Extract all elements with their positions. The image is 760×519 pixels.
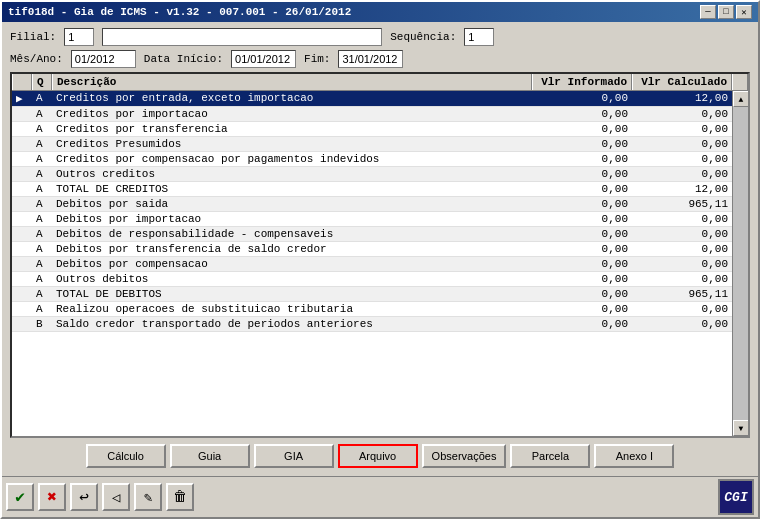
minimize-button[interactable]: ─ bbox=[700, 5, 716, 19]
left-button[interactable]: ◁ bbox=[102, 483, 130, 511]
fim-input[interactable] bbox=[338, 50, 403, 68]
title-bar: tif018d - Gia de ICMS - v1.32 - 007.001 … bbox=[2, 2, 758, 22]
table-row[interactable]: A Debitos por compensacao 0,00 0,00 bbox=[12, 257, 732, 272]
table-row[interactable]: A Creditos por importacao 0,00 0,00 bbox=[12, 107, 732, 122]
observacoes-button[interactable]: Observações bbox=[422, 444, 507, 468]
table-row[interactable]: A TOTAL DE DEBITOS 0,00 965,11 bbox=[12, 287, 732, 302]
delete-icon: 🗑 bbox=[173, 489, 187, 505]
col-header-descricao: Descrição bbox=[52, 74, 532, 90]
data-inicio-input[interactable] bbox=[231, 50, 296, 68]
parcela-button[interactable]: Parcela bbox=[510, 444, 590, 468]
table-row[interactable]: B Saldo credor transportado de periodos … bbox=[12, 317, 732, 332]
toolbar-left: ✔ ✖ ↩ ◁ ✎ 🗑 bbox=[6, 483, 194, 511]
undo-button[interactable]: ↩ bbox=[70, 483, 98, 511]
row-descricao: Creditos por entrada, exceto importacao bbox=[52, 91, 532, 106]
left-icon: ◁ bbox=[112, 489, 120, 506]
sequencia-label: Sequência: bbox=[390, 31, 456, 43]
title-bar-buttons: ─ □ ✕ bbox=[700, 5, 752, 19]
close-button[interactable]: ✕ bbox=[736, 5, 752, 19]
scroll-down-button[interactable]: ▼ bbox=[733, 420, 748, 436]
form-row-2: Mês/Ano: Data Início: Fim: bbox=[10, 50, 750, 68]
filial-name-input[interactable] bbox=[102, 28, 382, 46]
undo-icon: ↩ bbox=[79, 487, 89, 507]
cgi-button[interactable]: CGI bbox=[718, 479, 754, 515]
table-row[interactable]: A Creditos por transferencia 0,00 0,00 bbox=[12, 122, 732, 137]
guia-button[interactable]: Guia bbox=[170, 444, 250, 468]
table-row[interactable]: A Creditos por compensacao por pagamento… bbox=[12, 152, 732, 167]
table-row[interactable]: A Debitos por transferencia de saldo cre… bbox=[12, 242, 732, 257]
table-row[interactable]: A Debitos de responsabilidade - compensa… bbox=[12, 227, 732, 242]
row-q: A bbox=[32, 91, 52, 106]
x-button[interactable]: ✖ bbox=[38, 483, 66, 511]
filial-label: Filial: bbox=[10, 31, 56, 43]
anexo1-button[interactable]: Anexo I bbox=[594, 444, 674, 468]
table-row[interactable]: A Realizou operacoes de substituicao tri… bbox=[12, 302, 732, 317]
data-table: Q Descrição Vlr Informado Vlr Calculado … bbox=[10, 72, 750, 438]
col-header-q bbox=[12, 74, 32, 90]
check-icon: ✔ bbox=[15, 487, 25, 507]
col-header-vlr-calculado: Vlr Calculado bbox=[632, 74, 732, 90]
main-window: tif018d - Gia de ICMS - v1.32 - 007.001 … bbox=[0, 0, 760, 519]
mes-ano-label: Mês/Ano: bbox=[10, 53, 63, 65]
maximize-button[interactable]: □ bbox=[718, 5, 734, 19]
table-row[interactable]: A Creditos Presumidos 0,00 0,00 bbox=[12, 137, 732, 152]
table-row[interactable]: A Outros creditos 0,00 0,00 bbox=[12, 167, 732, 182]
scroll-track[interactable] bbox=[733, 107, 748, 420]
toolbar: ✔ ✖ ↩ ◁ ✎ 🗑 CGI bbox=[2, 476, 758, 517]
scroll-up-button[interactable]: ▲ bbox=[733, 91, 748, 107]
table-row[interactable]: A Debitos por saida 0,00 965,11 bbox=[12, 197, 732, 212]
table-row[interactable]: A TOTAL DE CREDITOS 0,00 12,00 bbox=[12, 182, 732, 197]
cgi-label: CGI bbox=[724, 490, 747, 505]
x-icon: ✖ bbox=[47, 487, 57, 507]
edit-icon: ✎ bbox=[144, 489, 152, 506]
content-area: Filial: Sequência: Mês/Ano: Data Início:… bbox=[2, 22, 758, 476]
row-vlr-informado: 0,00 bbox=[532, 91, 632, 106]
action-buttons: Cálculo Guia GIA Arquivo Observações Par… bbox=[10, 442, 750, 470]
table-body: ▶ A Creditos por entrada, exceto importa… bbox=[12, 91, 732, 436]
edit-button[interactable]: ✎ bbox=[134, 483, 162, 511]
data-inicio-label: Data Início: bbox=[144, 53, 223, 65]
gia-button[interactable]: GIA bbox=[254, 444, 334, 468]
filial-input[interactable] bbox=[64, 28, 94, 46]
check-button[interactable]: ✔ bbox=[6, 483, 34, 511]
sequencia-input[interactable] bbox=[464, 28, 494, 46]
mes-ano-input[interactable] bbox=[71, 50, 136, 68]
col-header-q2: Q bbox=[32, 74, 52, 90]
table-row[interactable]: A Debitos por importacao 0,00 0,00 bbox=[12, 212, 732, 227]
col-header-scroll bbox=[732, 74, 748, 90]
form-row-1: Filial: Sequência: bbox=[10, 28, 750, 46]
col-header-vlr-informado: Vlr Informado bbox=[532, 74, 632, 90]
row-vlr-calculado: 12,00 bbox=[632, 91, 732, 106]
scrollbar[interactable]: ▲ ▼ bbox=[732, 91, 748, 436]
delete-button[interactable]: 🗑 bbox=[166, 483, 194, 511]
table-header: Q Descrição Vlr Informado Vlr Calculado bbox=[12, 74, 748, 91]
arquivo-button[interactable]: Arquivo bbox=[338, 444, 418, 468]
row-arrow: ▶ bbox=[12, 91, 32, 106]
table-row[interactable]: A Outros debitos 0,00 0,00 bbox=[12, 272, 732, 287]
window-title: tif018d - Gia de ICMS - v1.32 - 007.001 … bbox=[8, 6, 351, 18]
fim-label: Fim: bbox=[304, 53, 330, 65]
table-row[interactable]: ▶ A Creditos por entrada, exceto importa… bbox=[12, 91, 732, 107]
calculo-button[interactable]: Cálculo bbox=[86, 444, 166, 468]
